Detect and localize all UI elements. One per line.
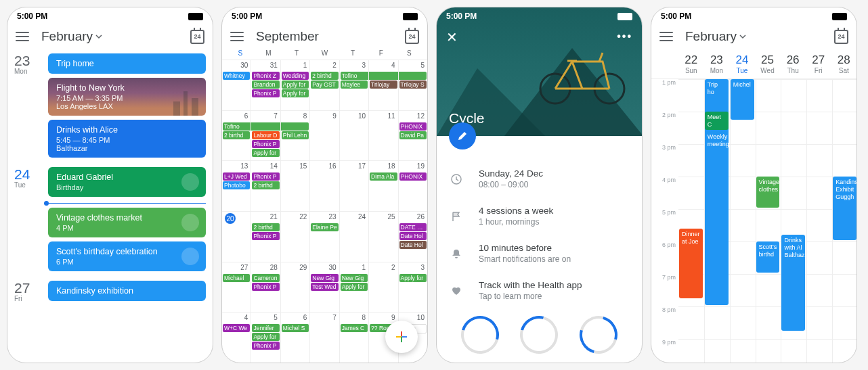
event-chip[interactable]: New Gig: [311, 274, 338, 282]
month-cell[interactable]: 11: [369, 111, 398, 161]
month-cell[interactable]: 1New GigApply for: [340, 262, 369, 313]
event-chip[interactable]: PHONIX: [399, 172, 427, 181]
event-chip[interactable]: Maylee: [341, 80, 368, 89]
month-dropdown[interactable]: February: [685, 29, 746, 44]
week-event[interactable]: Vintage clothes: [756, 177, 780, 208]
event-chip[interactable]: Phonix P: [252, 172, 279, 181]
event-chip[interactable]: New Gig: [341, 274, 368, 282]
event-chip[interactable]: Phonix P: [252, 232, 279, 240]
week-event[interactable]: Dinner at Joe: [679, 229, 703, 299]
event-card[interactable]: Flight to New York7:15 AM — 3:35 PMLos A…: [48, 78, 206, 116]
event-chip[interactable]: Apply for: [399, 274, 427, 282]
month-grid[interactable]: 30Whitney31Phonix ZBrandonPhonix P1Weddi…: [222, 60, 427, 363]
event-chip[interactable]: 2 birthd: [223, 131, 250, 139]
event-chip[interactable]: PHONIX: [399, 122, 427, 131]
month-cell[interactable]: 4W+C We: [222, 313, 251, 363]
event-chip[interactable]: 2 birthd: [252, 181, 279, 189]
month-cell[interactable]: 24: [340, 212, 369, 262]
month-cell[interactable]: 6Michel S: [281, 313, 310, 363]
week-day-header[interactable]: 28Sat: [831, 53, 856, 74]
week-timeline[interactable]: 1 pm2 pm3 pm4 pm5 pm6 pm7 pm8 pm9 pm Tri…: [651, 79, 856, 363]
month-cell[interactable]: 31Phonix ZBrandonPhonix P: [251, 60, 280, 110]
event-chip[interactable]: Wedding: [282, 72, 309, 80]
create-event-fab[interactable]: [385, 321, 418, 353]
week-day-header[interactable]: 22Sun: [678, 53, 704, 74]
event-chip[interactable]: Date Hol: [399, 232, 427, 240]
month-cell[interactable]: 16: [310, 161, 339, 211]
event-chip[interactable]: David Pa: [399, 131, 427, 139]
event-chip[interactable]: James C: [341, 324, 368, 332]
month-dropdown[interactable]: February: [41, 29, 102, 44]
week-event[interactable]: Michel: [731, 79, 754, 120]
event-chip[interactable]: [251, 122, 280, 131]
month-cell[interactable]: 12PHONIXDavid Pa: [399, 111, 427, 161]
event-chip[interactable]: Apply for: [282, 89, 309, 97]
event-chip[interactable]: W+C We: [223, 324, 250, 332]
event-chip[interactable]: Phonix P: [252, 283, 279, 291]
event-card[interactable]: Eduard GabrielBirthday: [48, 167, 206, 197]
hamburger-icon[interactable]: [230, 32, 244, 41]
event-card[interactable]: Trip home: [48, 53, 206, 74]
event-card[interactable]: Drinks with Alice5:45 — 8:45 PMBalthazar: [48, 120, 206, 158]
detail-row[interactable]: 10 minutes beforeSmart notifications are…: [449, 235, 630, 272]
month-cell[interactable]: 22: [281, 212, 310, 262]
week-day-header[interactable]: 27Fri: [806, 53, 831, 74]
event-chip[interactable]: Jennifer: [252, 324, 279, 332]
month-cell[interactable]: 29: [281, 262, 310, 313]
event-chip[interactable]: Dima Ala: [370, 172, 397, 181]
event-chip[interactable]: Photobo: [223, 181, 250, 189]
event-chip[interactable]: 2 birthd: [311, 72, 338, 80]
month-cell[interactable]: 7 Labour DPhonix PApply for: [251, 111, 280, 161]
event-chip[interactable]: Apply for: [341, 283, 368, 291]
event-chip[interactable]: Phil Lehn: [282, 131, 309, 139]
month-cell[interactable]: 9: [310, 111, 339, 161]
month-cell[interactable]: 3Apply for: [399, 262, 427, 313]
week-day-header[interactable]: 25Wed: [755, 53, 781, 74]
month-cell[interactable]: 15: [281, 161, 310, 211]
week-event[interactable]: Scott's birthd: [756, 241, 780, 273]
month-cell[interactable]: 20: [222, 212, 251, 262]
event-chip[interactable]: Cameron: [252, 274, 279, 282]
event-chip[interactable]: Tofino: [341, 72, 368, 80]
week-event[interactable]: Drinks with Al Balthaz: [781, 235, 805, 331]
event-chip[interactable]: DATE HO: [399, 223, 427, 231]
week-day-header[interactable]: 23Mon: [704, 53, 730, 74]
event-chip[interactable]: Labour D: [252, 131, 279, 139]
event-chip[interactable]: Phonix Z: [252, 72, 279, 80]
month-cell[interactable]: 3TofinoMaylee: [340, 60, 369, 110]
event-chip[interactable]: Apply for: [252, 149, 279, 157]
month-cell[interactable]: 2: [369, 262, 398, 313]
event-chip[interactable]: [369, 72, 397, 80]
today-icon[interactable]: 24: [190, 30, 204, 44]
week-days-header[interactable]: 22Sun23Mon24Tue25Wed26Thu27Fri28Sat: [651, 51, 856, 79]
event-chip[interactable]: Date Hol: [399, 241, 427, 249]
event-chip[interactable]: Brandon: [252, 80, 279, 89]
month-cell[interactable]: 14Phonix P2 birthd: [251, 161, 280, 211]
event-chip[interactable]: Trilojay S: [399, 80, 427, 89]
event-chip[interactable]: Phonix P: [252, 342, 279, 350]
month-cell[interactable]: 13L+J WedPhotobo: [222, 161, 251, 211]
edit-fab[interactable]: [449, 122, 476, 149]
close-icon[interactable]: ✕: [446, 29, 458, 45]
event-chip[interactable]: Phonix P: [252, 140, 279, 148]
week-day-header[interactable]: 24Tue: [729, 53, 755, 74]
detail-row[interactable]: 4 sessions a week1 hour, mornings: [449, 198, 630, 235]
month-cell[interactable]: 4 Trilojay: [369, 60, 398, 110]
detail-row[interactable]: Sunday, 24 Dec08:00 – 09:00: [449, 160, 630, 198]
event-chip[interactable]: Trilojay: [370, 80, 397, 89]
month-cell[interactable]: 27Michael: [222, 262, 251, 313]
schedule-list[interactable]: 23MonTrip homeFlight to New York7:15 AM …: [7, 51, 213, 363]
event-chip[interactable]: Tofino: [223, 122, 251, 131]
event-chip[interactable]: Whitney: [223, 72, 250, 80]
event-chip[interactable]: [399, 72, 427, 80]
hamburger-icon[interactable]: [659, 32, 673, 41]
event-card[interactable]: Scott's birthday celebration6 PM: [48, 241, 206, 271]
month-cell[interactable]: 22 birthdPay GST: [310, 60, 339, 110]
week-event[interactable]: Meet C: [705, 112, 729, 130]
month-cell[interactable]: 18Dima Ala: [369, 161, 398, 211]
event-chip[interactable]: Elaine Pe: [311, 223, 338, 231]
event-chip[interactable]: Test Wed: [311, 283, 338, 291]
today-icon[interactable]: 24: [405, 30, 419, 44]
event-card[interactable]: Vintage clothes market4 PM: [48, 208, 206, 237]
event-chip[interactable]: Phonix P: [252, 89, 279, 97]
